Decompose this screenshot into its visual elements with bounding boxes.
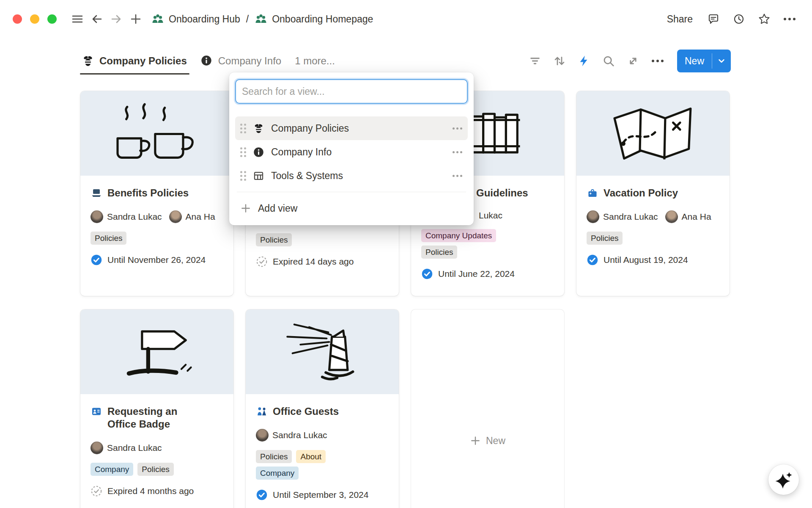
card-tags: Company Updates Policies (421, 229, 554, 259)
info-icon (253, 146, 264, 158)
card-tags: Policies (91, 232, 223, 245)
card-office-guests[interactable]: Office Guests Sandra Lukac Policies Abou… (246, 309, 399, 508)
titlebar-actions: Share (662, 9, 799, 29)
view-item-company-policies[interactable]: Company Policies (235, 116, 468, 140)
favorite-button[interactable] (754, 9, 774, 29)
tab-company-policies[interactable]: Company Policies (82, 47, 187, 75)
ellipsis-icon (652, 60, 664, 62)
close-window-button[interactable] (13, 14, 22, 24)
breadcrumb-item-onboarding-homepage[interactable]: Onboarding Homepage (255, 13, 373, 25)
sidebar-toggle-button[interactable] (68, 9, 87, 29)
verified-check-icon (91, 254, 102, 266)
forward-button[interactable] (107, 9, 126, 29)
view-options-button[interactable] (648, 52, 667, 70)
fullscreen-window-button[interactable] (47, 14, 57, 24)
card-status: Until September 3, 2024 (256, 489, 389, 501)
status-text: Until September 3, 2024 (273, 490, 368, 500)
view-item-options-button[interactable] (453, 127, 463, 130)
card-title: Vacation Policy (604, 187, 678, 199)
plus-icon (240, 203, 251, 214)
more-views-link[interactable]: 1 more... (295, 55, 335, 67)
window-titlebar: Onboarding Hub / Onboarding Homepage Sha… (0, 0, 812, 38)
diagonal-expand-icon (627, 55, 639, 67)
new-card-button[interactable]: New (411, 309, 564, 508)
card-benefits-policies[interactable]: Benefits Policies Sandra Lukac Ana Ha Po… (80, 91, 233, 296)
hamburger-icon (71, 13, 84, 25)
tag-policies: Policies (256, 450, 292, 463)
view-search-input[interactable] (235, 79, 468, 104)
info-icon (200, 55, 213, 67)
verified-check-icon (587, 254, 598, 266)
new-page-button[interactable] (126, 9, 145, 29)
card-title-row: Office Guests (256, 405, 389, 418)
card-tags: Policies About Company (256, 450, 389, 480)
tab-company-info[interactable]: Company Info (200, 47, 281, 75)
card-cover (246, 309, 399, 394)
card-cover (80, 91, 233, 176)
new-dropdown-button[interactable] (712, 50, 731, 72)
bee-icon (82, 55, 94, 67)
avatar (256, 429, 269, 442)
share-button[interactable]: Share (662, 11, 698, 28)
add-view-label: Add view (258, 203, 297, 214)
status-text: Expired 4 months ago (107, 486, 194, 496)
tag-row: Policies About (256, 450, 326, 463)
status-text: Until August 19, 2024 (604, 255, 688, 265)
breadcrumb-label: Onboarding Homepage (272, 14, 373, 25)
bee-icon (253, 123, 264, 134)
tag-row: Company Policies (91, 463, 174, 476)
sort-arrows-icon (553, 55, 566, 67)
view-item-label: Tools & Systems (271, 170, 343, 182)
filter-button[interactable] (526, 52, 544, 70)
card-body: Requesting an Office Badge Sandra Lukac … (80, 394, 233, 497)
new-button[interactable]: New (677, 50, 712, 72)
view-item-tools-systems[interactable]: Tools & Systems (235, 164, 468, 188)
avatar (665, 210, 678, 223)
expired-check-icon (256, 256, 268, 268)
automations-button[interactable] (575, 52, 593, 70)
tag-company: Company (91, 463, 133, 476)
card-vacation-policy[interactable]: Vacation Policy Sandra Lukac Ana Ha Poli… (576, 91, 730, 296)
more-options-button[interactable] (780, 9, 799, 29)
breadcrumb-item-onboarding-hub[interactable]: Onboarding Hub (151, 13, 240, 25)
card-status: Expired 4 months ago (91, 485, 223, 497)
breadcrumb-label: Onboarding Hub (169, 14, 240, 25)
plus-icon (129, 13, 142, 25)
view-item-label: Company Info (271, 146, 332, 158)
drag-handle-icon[interactable] (240, 171, 246, 181)
avatar (587, 210, 599, 223)
people-pair-icon (256, 406, 268, 417)
map-doodle (600, 101, 706, 166)
minimize-window-button[interactable] (30, 14, 39, 24)
view-list: Company Policies Company Info Tools & Sy… (235, 116, 468, 188)
comments-button[interactable] (704, 9, 723, 29)
view-item-options-button[interactable] (453, 151, 463, 153)
breadcrumb-separator: / (246, 14, 249, 25)
card-body: Benefits Policies Sandra Lukac Ana Ha Po… (80, 176, 233, 266)
search-button[interactable] (599, 52, 618, 70)
updates-history-button[interactable] (729, 9, 749, 29)
card-title: Guidelines (476, 187, 528, 199)
card-title: Benefits Policies (107, 187, 189, 199)
card-title: Requesting an Office Badge (107, 405, 194, 431)
view-item-options-button[interactable] (453, 175, 463, 177)
tab-label: Company Policies (99, 55, 187, 67)
avatar (91, 442, 103, 454)
card-people: Sandra Lukac (91, 442, 223, 454)
view-item-company-info[interactable]: Company Info (235, 140, 468, 164)
drag-handle-icon[interactable] (240, 147, 246, 157)
sort-button[interactable] (550, 52, 569, 70)
expand-view-button[interactable] (624, 52, 642, 70)
card-requesting-office-badge[interactable]: Requesting an Office Badge Sandra Lukac … (80, 309, 233, 508)
drag-handle-icon[interactable] (240, 124, 246, 133)
add-view-button[interactable]: Add view (235, 196, 468, 220)
avatar (169, 210, 182, 223)
notion-ai-button[interactable] (768, 464, 799, 495)
table-icon (253, 170, 264, 182)
card-title-row: Benefits Policies (91, 187, 223, 199)
back-button[interactable] (87, 9, 107, 29)
plus-icon (470, 435, 481, 446)
person-name: Ana Ha (682, 212, 711, 222)
tag-policies: Policies (421, 246, 457, 259)
coffee-mugs-doodle (104, 101, 210, 166)
